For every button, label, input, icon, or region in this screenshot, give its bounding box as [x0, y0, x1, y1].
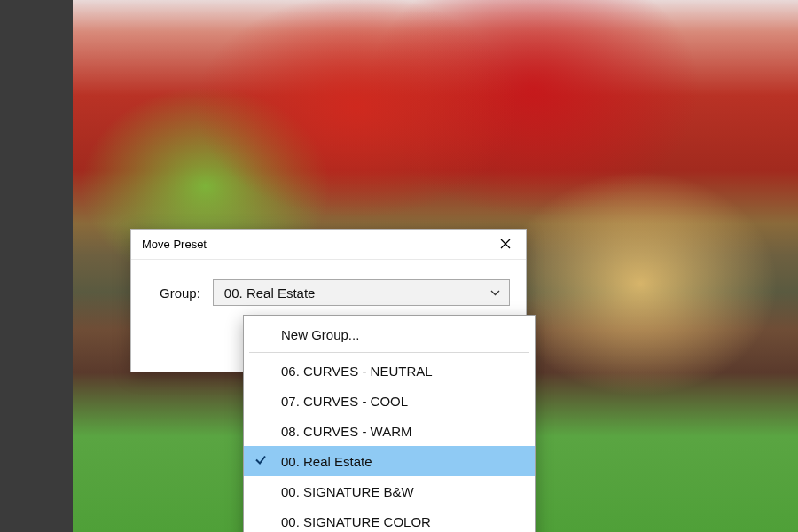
- dropdown-item[interactable]: 07. CURVES - COOL: [244, 386, 535, 416]
- group-dropdown[interactable]: New Group... 06. CURVES - NEUTRAL07. CUR…: [243, 315, 536, 532]
- dropdown-new-group[interactable]: New Group...: [244, 319, 535, 349]
- dropdown-item[interactable]: 00. SIGNATURE COLOR: [244, 506, 535, 532]
- group-combobox-value: 00. Real Estate: [224, 286, 316, 301]
- close-icon: [500, 237, 511, 253]
- dialog-titlebar[interactable]: Move Preset: [131, 230, 526, 260]
- group-combobox[interactable]: 00. Real Estate: [213, 279, 510, 306]
- dropdown-item-label: New Group...: [281, 327, 359, 342]
- dropdown-item-label: 07. CURVES - COOL: [281, 394, 408, 409]
- dropdown-item-label: 00. SIGNATURE B&W: [281, 484, 414, 499]
- close-button[interactable]: [485, 230, 526, 260]
- left-gutter: [0, 0, 73, 532]
- dialog-title: Move Preset: [142, 238, 207, 251]
- app-viewport: Move Preset Group: 00. Real Estate New G…: [0, 0, 798, 532]
- dropdown-item-label: 08. CURVES - WARM: [281, 424, 412, 439]
- dropdown-item[interactable]: 06. CURVES - NEUTRAL: [244, 356, 535, 386]
- check-icon: [254, 454, 267, 469]
- dialog-body: Group: 00. Real Estate: [131, 260, 526, 306]
- dropdown-item[interactable]: 00. Real Estate: [244, 446, 535, 476]
- dropdown-item[interactable]: 00. SIGNATURE B&W: [244, 476, 535, 506]
- dropdown-item-label: 06. CURVES - NEUTRAL: [281, 364, 433, 379]
- dropdown-separator: [249, 352, 529, 353]
- dropdown-item-label: 00. Real Estate: [281, 454, 372, 469]
- group-label: Group:: [147, 286, 200, 301]
- chevron-down-icon: [490, 290, 500, 296]
- dropdown-item-label: 00. SIGNATURE COLOR: [281, 514, 431, 529]
- dropdown-item[interactable]: 08. CURVES - WARM: [244, 416, 535, 446]
